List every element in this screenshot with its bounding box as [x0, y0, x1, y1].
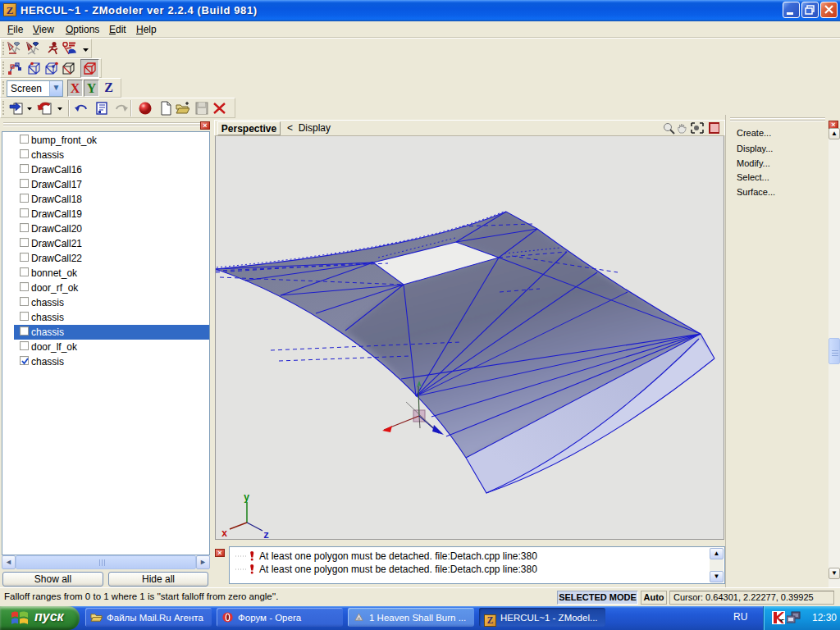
svg-text:z: z — [263, 530, 269, 540]
svg-text:x: x — [221, 528, 227, 540]
svg-text:y: y — [244, 492, 249, 504]
